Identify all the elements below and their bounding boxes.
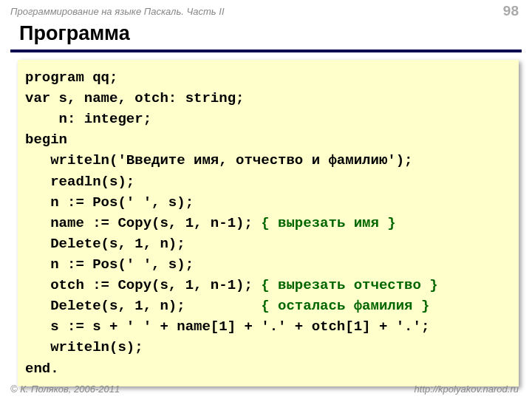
code-line: n := Pos(' ', s); (25, 192, 514, 213)
page-number: 98 (503, 3, 519, 19)
code-line: name := Copy(s, 1, n-1); { вырезать имя … (25, 213, 514, 233)
code-line: Delete(s, 1, n); (25, 233, 514, 254)
code-comment: { осталась фамилия } (261, 298, 429, 314)
code-line: var s, name, otch: string; (25, 88, 514, 109)
course-title: Программирование на языке Паскаль. Часть… (10, 6, 225, 17)
code-line: program qq; (25, 67, 514, 88)
code-line: readln(s); (25, 171, 514, 192)
code-line: writeln(s); (25, 337, 514, 358)
code-comment: { вырезать имя } (261, 215, 395, 231)
code-block: program qq;var s, name, otch: string; n:… (18, 60, 519, 386)
code-line: n: integer; (25, 109, 514, 129)
code-comment: { вырезать отчество } (261, 277, 437, 293)
slide-title: Программа (10, 22, 522, 52)
code-line: writeln('Введите имя, отчество и фамилию… (25, 150, 514, 171)
code-line: otch := Copy(s, 1, n-1); { вырезать отче… (25, 275, 514, 296)
code-line: s := s + ' ' + name[1] + '.' + otch[1] +… (25, 316, 514, 337)
slide-footer: © К. Поляков, 2006-2011 http://kpolyakov… (0, 383, 532, 395)
source-url: http://kpolyakov.narod.ru (415, 383, 519, 395)
copyright: © К. Поляков, 2006-2011 (10, 383, 120, 395)
slide-header: Программирование на языке Паскаль. Часть… (0, 0, 532, 19)
code-line: end. (25, 358, 514, 379)
code-line: begin (25, 129, 514, 150)
code-line: n := Pos(' ', s); (25, 254, 514, 275)
code-line: Delete(s, 1, n); { осталась фамилия } (25, 296, 514, 316)
